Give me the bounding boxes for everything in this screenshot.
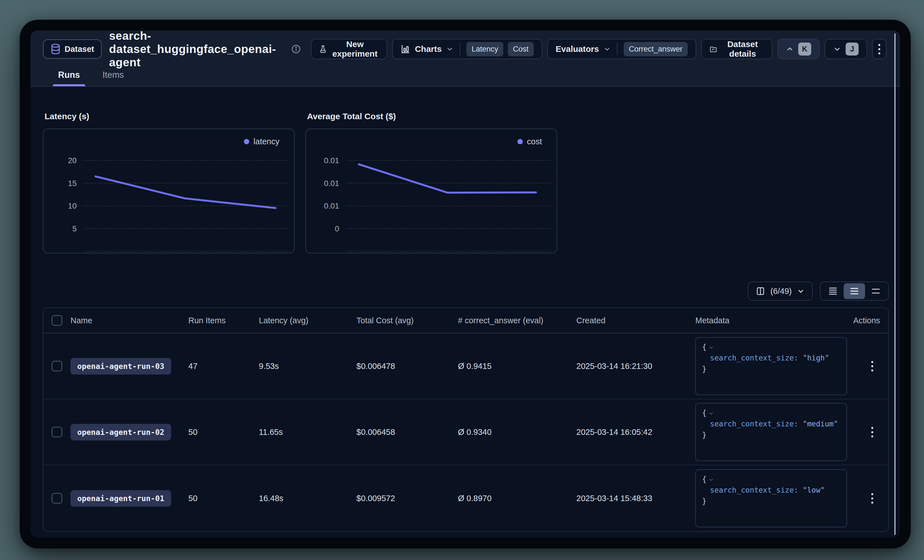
chevron-down-icon (446, 45, 453, 53)
run-items-value: 47 (188, 362, 259, 371)
cost-legend: cost (518, 137, 542, 146)
kebab-icon (871, 493, 873, 504)
select-all-checkbox[interactable] (52, 315, 62, 326)
svg-text:15: 15 (68, 179, 77, 188)
divider (617, 43, 618, 55)
app-surface: Dataset search-dataset_huggingface_opena… (30, 30, 900, 538)
column-header-actions: Actions (853, 316, 888, 325)
cost-chart-title: Average Total Cost ($) (307, 112, 557, 121)
row-actions-menu-button[interactable] (867, 423, 877, 441)
evaluators-dropdown[interactable]: Evaluators Correct_answer (547, 39, 696, 59)
nav-down-shortcut-button[interactable]: J (825, 39, 867, 59)
tab-runs[interactable]: Runs (53, 66, 85, 86)
created-timestamp: 2025-03-14 15:48:33 (576, 494, 695, 503)
page-title: search-dataset_huggingface_openai-agent (109, 30, 285, 69)
dataset-details-button[interactable]: Dataset details (701, 39, 772, 59)
desktop-background: Dataset search-dataset_huggingface_opena… (0, 0, 924, 560)
correct-answer-score: Ø 0.8970 (458, 494, 576, 503)
row-checkbox[interactable] (52, 361, 62, 371)
run-name-badge[interactable]: openai-agent-run-01 (70, 490, 171, 507)
page-header: Dataset search-dataset_huggingface_opena… (43, 37, 886, 61)
kebab-icon (871, 427, 873, 437)
table-row: openai-agent-run-02 50 11.65s $0.006458 … (44, 399, 888, 465)
header-more-actions-button[interactable] (872, 39, 886, 59)
latency-plot: 2015105 (44, 129, 294, 253)
row-actions-menu-button[interactable] (867, 357, 877, 376)
column-header-correct-answer[interactable]: # correct_answer (eval) (458, 316, 576, 325)
latency-chart-block: Latency (s) 2015105 latency (43, 112, 295, 253)
column-header-latency[interactable]: Latency (avg) (259, 316, 356, 325)
chart-chip-cost[interactable]: Cost (508, 42, 534, 56)
kbd-j-badge: J (846, 43, 859, 55)
collapse-chevron-icon[interactable] (708, 410, 714, 416)
column-header-run-items[interactable]: Run Items (188, 316, 259, 325)
legend-dot (244, 139, 249, 144)
table-controls: (6/49) (43, 281, 889, 301)
column-header-name[interactable]: Name (70, 316, 188, 325)
row-height-toggle (820, 281, 889, 301)
medium-rows-icon (849, 287, 859, 295)
svg-text:0.01: 0.01 (324, 156, 339, 165)
cost-chart: 0.010.010.010 cost (305, 129, 557, 253)
row-actions-menu-button[interactable] (867, 489, 877, 508)
chevron-up-icon (786, 45, 794, 53)
column-header-total-cost[interactable]: Total Cost (avg) (356, 316, 458, 325)
svg-text:20: 20 (68, 156, 77, 165)
run-items-value: 50 (188, 494, 259, 503)
svg-text:0.01: 0.01 (324, 179, 339, 188)
run-name-badge[interactable]: openai-agent-run-02 (70, 424, 171, 440)
columns-count-label: (6/49) (770, 287, 792, 296)
database-icon (51, 44, 61, 54)
dense-rows-icon (828, 287, 838, 295)
total-cost-avg-value: $0.006478 (356, 362, 458, 371)
evaluators-label: Evaluators (556, 44, 599, 54)
new-experiment-label: New experiment (331, 39, 379, 58)
row-height-compact-button[interactable] (822, 283, 844, 299)
dataset-type-badge: Dataset (43, 39, 102, 59)
kbd-k-badge: K (798, 43, 811, 55)
row-height-medium-button[interactable] (844, 283, 865, 299)
latency-avg-value: 9.53s (259, 362, 356, 371)
row-height-tall-button[interactable] (865, 283, 886, 299)
charts-label: Charts (415, 44, 441, 54)
metadata-json-viewer[interactable]: { search_context_size: "low" } (695, 469, 847, 527)
row-checkbox[interactable] (52, 493, 62, 504)
charts-dropdown[interactable]: Charts Latency Cost (392, 39, 542, 59)
svg-text:5: 5 (72, 225, 77, 233)
column-header-created[interactable]: Created (576, 316, 695, 325)
evaluator-chip-correct-answer[interactable]: Correct_answer (624, 42, 688, 56)
table-row: openai-agent-run-01 50 16.48s $0.009572 … (44, 465, 888, 531)
correct-answer-score: Ø 0.9415 (458, 362, 576, 371)
scrollbar[interactable] (894, 33, 896, 535)
collapse-chevron-icon[interactable] (708, 345, 714, 350)
table-row: openai-agent-run-03 47 9.53s $0.006478 Ø… (44, 333, 888, 399)
total-cost-avg-value: $0.006458 (356, 428, 458, 437)
chart-chip-latency[interactable]: Latency (466, 42, 503, 56)
sparse-rows-icon (871, 287, 880, 295)
latency-chart-title: Latency (s) (45, 112, 295, 121)
table-header-row: Name Run Items Latency (avg) Total Cost … (44, 308, 888, 333)
charts-section: Latency (s) 2015105 latency Average Tota… (43, 112, 889, 253)
tab-items[interactable]: Items (98, 66, 129, 86)
collapse-chevron-icon[interactable] (708, 477, 714, 482)
nav-up-shortcut-button[interactable]: K (777, 39, 820, 59)
chevron-down-icon (833, 45, 841, 53)
metadata-json-viewer[interactable]: { search_context_size: "medium" } (695, 403, 847, 461)
divider (460, 43, 460, 55)
metadata-json-viewer[interactable]: { search_context_size: "high" } (695, 337, 847, 395)
correct-answer-score: Ø 0.9340 (458, 428, 576, 437)
run-name-badge[interactable]: openai-agent-run-03 (70, 358, 171, 374)
chevron-down-icon (797, 287, 805, 295)
column-visibility-dropdown[interactable]: (6/49) (748, 281, 813, 301)
svg-text:10: 10 (68, 202, 77, 210)
info-icon[interactable] (291, 44, 301, 54)
row-checkbox[interactable] (52, 427, 62, 437)
column-header-metadata[interactable]: Metadata (695, 316, 853, 325)
legend-label: latency (254, 137, 279, 146)
columns-icon (756, 286, 765, 296)
svg-text:0: 0 (335, 225, 339, 233)
cost-plot: 0.010.010.010 (306, 129, 556, 253)
run-items-value: 50 (188, 428, 259, 437)
latency-legend: latency (244, 137, 279, 146)
new-experiment-button[interactable]: New experiment (311, 39, 387, 59)
